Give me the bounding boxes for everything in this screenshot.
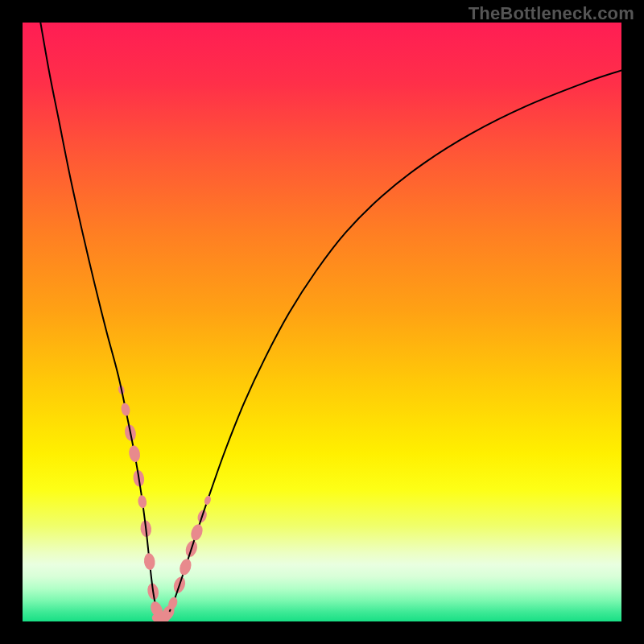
curve-bead	[204, 495, 213, 506]
curve-bead	[120, 402, 131, 417]
plot-area	[23, 23, 621, 621]
bead-group-under	[118, 385, 208, 621]
curve-bead	[128, 444, 142, 463]
curve-bead	[189, 522, 204, 542]
curve-bead	[178, 557, 193, 576]
curve-layer	[23, 23, 621, 621]
bottleneck-curve	[40, 23, 621, 619]
watermark-text: TheBottleneck.com	[469, 3, 634, 24]
curve-bead	[138, 495, 148, 509]
curve-bead	[143, 553, 156, 571]
chart-frame: TheBottleneck.com	[0, 0, 644, 644]
